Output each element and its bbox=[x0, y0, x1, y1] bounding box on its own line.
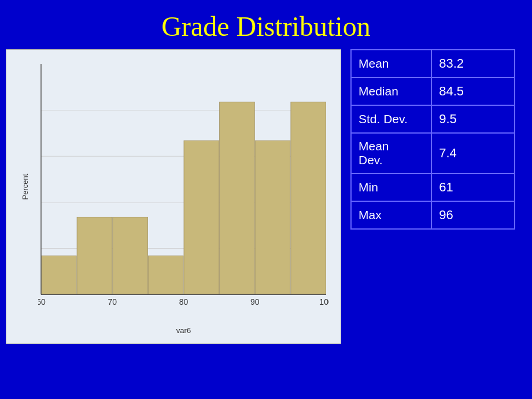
stat-label: Median bbox=[351, 77, 431, 105]
stat-value: 61 bbox=[431, 173, 515, 201]
stat-value: 7.4 bbox=[431, 133, 515, 173]
y-axis-label: Percent bbox=[21, 173, 29, 200]
stats-row: Min61 bbox=[351, 173, 515, 201]
stat-label: MeanDev. bbox=[351, 133, 431, 173]
svg-text:60: 60 bbox=[38, 297, 46, 306]
svg-rect-17 bbox=[113, 217, 148, 294]
stat-label: Mean bbox=[351, 50, 431, 77]
svg-text:80: 80 bbox=[179, 297, 189, 306]
histogram-svg: 0510152060708090100 bbox=[38, 61, 329, 312]
stats-row: Max96 bbox=[351, 201, 515, 229]
stats-table: Mean83.2Median84.5Std. Dev.9.5MeanDev.7.… bbox=[350, 49, 515, 230]
stat-label: Min bbox=[351, 173, 431, 201]
svg-text:90: 90 bbox=[250, 297, 260, 306]
svg-text:70: 70 bbox=[108, 297, 117, 306]
histogram-container: Percent 0510152060708090100 var6 bbox=[6, 49, 341, 344]
stat-value: 9.5 bbox=[431, 105, 515, 133]
svg-rect-15 bbox=[41, 256, 76, 294]
stats-row: MeanDev.7.4 bbox=[351, 133, 515, 173]
stat-label: Max bbox=[351, 201, 431, 229]
svg-rect-22 bbox=[291, 102, 326, 294]
stat-label: Std. Dev. bbox=[351, 105, 431, 133]
stat-value: 83.2 bbox=[431, 50, 515, 77]
svg-rect-21 bbox=[255, 141, 290, 294]
stat-value: 96 bbox=[431, 201, 515, 229]
stats-row: Median84.5 bbox=[351, 77, 515, 105]
page-title: Grade Distribution bbox=[0, 0, 532, 49]
chart-area: Percent 0510152060708090100 var6 bbox=[38, 61, 329, 312]
svg-rect-18 bbox=[148, 256, 183, 294]
x-axis-label: var6 bbox=[176, 326, 191, 335]
stats-row: Std. Dev.9.5 bbox=[351, 105, 515, 133]
svg-text:100: 100 bbox=[319, 297, 329, 306]
svg-rect-20 bbox=[220, 102, 255, 294]
svg-rect-16 bbox=[77, 217, 112, 294]
svg-rect-19 bbox=[184, 141, 219, 294]
stat-value: 84.5 bbox=[431, 77, 515, 105]
stats-row: Mean83.2 bbox=[351, 50, 515, 77]
